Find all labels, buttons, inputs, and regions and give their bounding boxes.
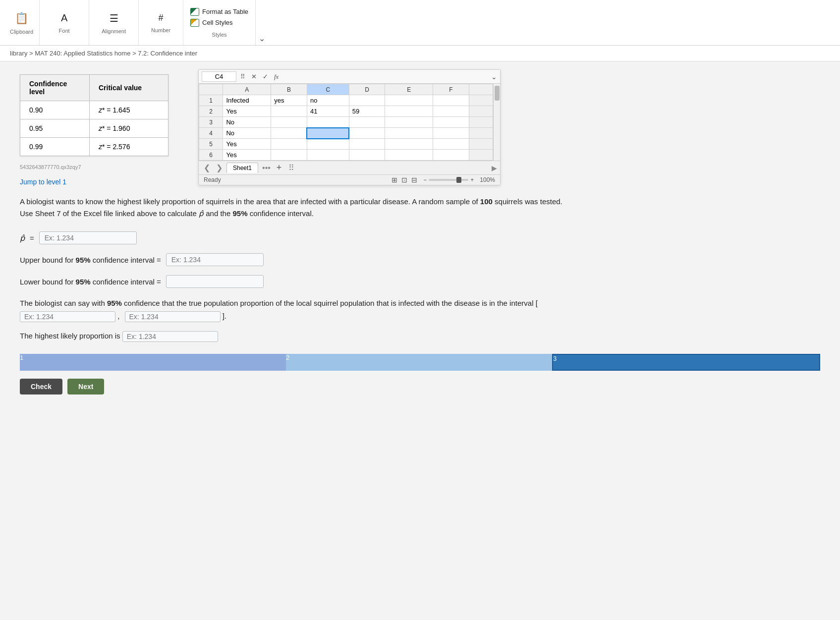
upper-bound-input[interactable] [166,253,264,266]
formula-collapse-button[interactable]: ⌄ [491,73,497,81]
cell-b1[interactable]: yes [271,95,307,106]
tab-add-button[interactable]: + [275,163,284,173]
lower-bound-label: Lower bound for 95% confidence interval … [20,278,161,286]
col-header-c[interactable]: C [307,84,349,95]
cell-f1[interactable] [433,95,469,106]
format-table-icon [190,8,199,16]
progress-tab-3[interactable]: 3 [552,354,820,371]
cell-d3[interactable] [349,117,385,128]
col-header-e[interactable]: E [385,84,433,95]
grid-view-icon[interactable]: ⊞ [392,176,397,184]
problem-text-part3: and the [204,209,232,218]
table-row: 2 Yes 41 59 [199,106,493,117]
formula-check-icon[interactable]: ✓ [261,73,270,80]
cell-d4[interactable] [349,128,385,139]
next-button[interactable]: Next [67,379,104,395]
cell-styles-item[interactable]: Cell Styles [190,19,248,27]
cell-b4[interactable] [271,128,307,139]
formula-input[interactable] [282,72,489,81]
cell-e3[interactable] [385,117,433,128]
styles-group-label: Styles [190,32,248,38]
tab-nav-left[interactable]: ❮ [202,163,212,172]
interval-lower-input[interactable] [20,311,115,322]
tab-arrow-right[interactable]: ▶ [492,164,497,172]
cell-c4[interactable] [307,128,349,139]
col-header-a[interactable]: A [223,84,271,95]
cell-f4[interactable] [433,128,469,139]
expand-button[interactable]: ⌄ [259,34,265,43]
cell-e6[interactable] [385,150,433,161]
page-view-icon[interactable]: ⊡ [401,176,407,184]
progress-tab-2[interactable]: 2 [286,354,552,371]
sheet1-tab[interactable]: Sheet1 [226,163,258,173]
cell-d2[interactable]: 59 [349,106,385,117]
cell-a4[interactable]: No [223,128,271,139]
lower-bound-row: Lower bound for 95% confidence interval … [20,275,820,288]
highest-prop-input[interactable] [122,331,218,342]
clipboard-label: Clipboard [10,29,33,35]
progress-tab-1[interactable]: 1 [20,354,286,371]
zoom-minus[interactable]: − [423,176,427,183]
cell-c6[interactable] [307,150,349,161]
breadcrumb-text: library > MAT 240: Applied Statistics ho… [10,50,197,57]
scroll-col-header [469,84,493,95]
p-hat-input[interactable] [39,231,137,244]
col-header-d[interactable]: D [349,84,385,95]
cell-c2[interactable]: 41 [307,106,349,117]
row-header-1: 1 [199,95,223,106]
zoom-plus[interactable]: + [470,176,474,183]
cell-f6[interactable] [433,150,469,161]
sheet-tabs: ❮ ❯ Sheet1 ••• + ⠿ ▶ [199,161,500,174]
cell-c5[interactable] [307,139,349,150]
cell-e4[interactable] [385,128,433,139]
tab-colon-icon[interactable]: ⠿ [285,163,297,172]
zoom-slider[interactable] [429,179,468,181]
cell-e2[interactable] [385,106,433,117]
cell-a3[interactable]: No [223,117,271,128]
source-id: 5432643877770.qx3zqy7 [20,164,168,170]
col-header-b[interactable]: B [271,84,307,95]
scroll-cell-1 [469,95,493,106]
jump-link[interactable]: Jump to level 1 [20,178,168,186]
check-button[interactable]: Check [20,379,62,395]
page-break-icon[interactable]: ⊟ [411,176,417,184]
lower-bound-input[interactable] [166,275,264,288]
cell-f2[interactable] [433,106,469,117]
cell-c1[interactable]: no [307,95,349,106]
cell-b3[interactable] [271,117,307,128]
cell-b6[interactable] [271,150,307,161]
number-group: # Number [139,0,183,45]
tab-nav-right[interactable]: ❯ [214,163,224,172]
cell-b5[interactable] [271,139,307,150]
col-header-f[interactable]: F [433,84,469,95]
cell-f5[interactable] [433,139,469,150]
level-0: 0.90 [20,101,90,119]
cell-c3[interactable] [307,117,349,128]
row-header-6: 6 [199,150,223,161]
font-button[interactable]: A [58,11,70,25]
zoom-control: − + 100% [423,176,495,183]
clipboard-button[interactable]: 📋 [12,11,31,26]
sentence-comma: , [117,312,119,320]
cell-d5[interactable] [349,139,385,150]
cell-d1[interactable] [349,95,385,106]
number-button[interactable]: # [156,12,167,24]
cell-f3[interactable] [433,117,469,128]
font-label: Font [59,28,70,34]
scroll-thumb [495,86,500,101]
zoom-thumb [456,177,461,183]
cell-ref-box[interactable]: C4 [202,71,236,82]
formula-x-icon[interactable]: ✕ [249,73,259,80]
vertical-scrollbar[interactable] [493,84,500,161]
cell-a1[interactable]: Infected [223,95,271,106]
cell-a6[interactable]: Yes [223,150,271,161]
cell-b2[interactable] [271,106,307,117]
cell-e5[interactable] [385,139,433,150]
cell-e1[interactable] [385,95,433,106]
cell-a5[interactable]: Yes [223,139,271,150]
cell-a2[interactable]: Yes [223,106,271,117]
alignment-button[interactable]: ☰ [107,11,121,25]
format-as-table-item[interactable]: Format as Table [190,8,248,16]
cell-d6[interactable] [349,150,385,161]
interval-upper-input[interactable] [125,311,221,322]
